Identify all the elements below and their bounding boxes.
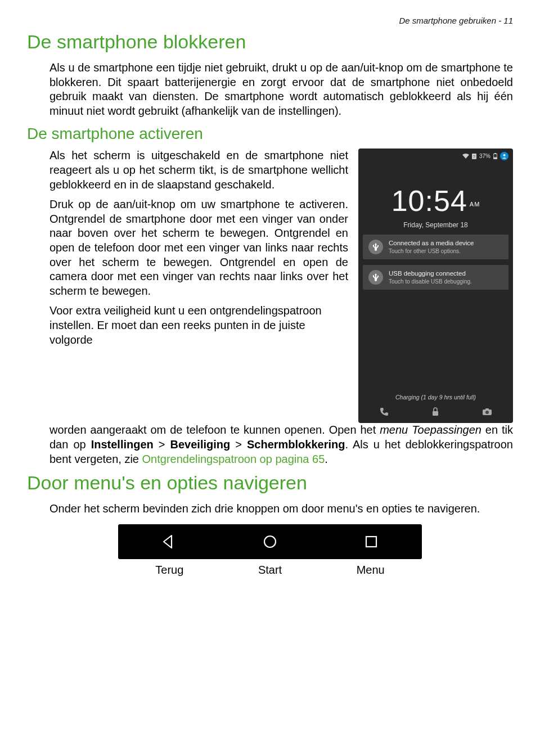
svg-rect-6 bbox=[433, 411, 438, 416]
running-header: De smartphone gebruiken - 11 bbox=[27, 16, 513, 25]
navbar-figure: Terug Start Menu bbox=[118, 524, 422, 577]
notification-usb-debug: USB debugging connected Touch to disable… bbox=[363, 265, 508, 290]
clock-date: Friday, September 18 bbox=[358, 221, 513, 229]
svg-rect-3 bbox=[494, 153, 496, 154]
paragraph-activeren-1: Als het scherm is uitgeschakeld en de sm… bbox=[50, 148, 348, 192]
back-button-icon bbox=[160, 533, 177, 550]
link-ontgrendelingspatroon[interactable]: Ontgrendelingspatroon op pagina 65 bbox=[142, 453, 325, 465]
paragraph-activeren-3a: Voor extra veiligheid kunt u een ontgren… bbox=[50, 304, 348, 347]
label-home: Start bbox=[258, 564, 282, 577]
paragraph-activeren-3b: worden aangeraakt om de telefoon te kunn… bbox=[50, 423, 513, 466]
usb-icon bbox=[368, 240, 383, 254]
paragraph-blokkeren: Als u de smartphone een tijdje niet gebr… bbox=[50, 61, 513, 118]
status-bar: ? 37% bbox=[358, 148, 513, 163]
svg-point-9 bbox=[485, 411, 489, 414]
notif-title: Connected as a media device bbox=[389, 239, 474, 248]
lockscreen-graphic: ? 37% 10:54AM Friday, September 18 bbox=[358, 148, 513, 423]
svg-rect-4 bbox=[494, 154, 497, 158]
phone-icon bbox=[377, 406, 391, 417]
svg-point-5 bbox=[503, 154, 506, 156]
heading-navigeren: Door menu's en opties navigeren bbox=[27, 472, 513, 494]
lock-bottom-bar bbox=[358, 406, 513, 417]
svg-rect-8 bbox=[485, 408, 489, 410]
sim-icon: ? bbox=[472, 154, 476, 159]
home-button-icon bbox=[262, 533, 278, 550]
svg-text:?: ? bbox=[473, 155, 475, 159]
clock-block: 10:54AM Friday, September 18 bbox=[358, 184, 513, 229]
camera-icon bbox=[480, 406, 494, 417]
clock-time: 10:54 bbox=[392, 184, 467, 217]
usb-icon bbox=[368, 270, 383, 285]
battery-percent: 37% bbox=[479, 153, 490, 159]
notif-subtitle: Touch for other USB options. bbox=[389, 248, 474, 255]
paragraph-activeren-2: Druk op de aan/uit-knop om uw smartphone… bbox=[50, 197, 348, 298]
notif-title: USB debugging connected bbox=[389, 269, 472, 278]
notif-subtitle: Touch to disable USB debugging. bbox=[389, 278, 472, 285]
label-back: Terug bbox=[155, 564, 183, 577]
charging-text: Charging (1 day 9 hrs until full) bbox=[358, 394, 513, 400]
svg-rect-11 bbox=[366, 537, 376, 547]
menu-button-icon bbox=[363, 533, 380, 550]
paragraph-navigeren: Onder het scherm bevinden zich drie knop… bbox=[50, 502, 513, 516]
label-menu: Menu bbox=[357, 564, 385, 577]
user-icon bbox=[500, 152, 508, 160]
heading-activeren: De smartphone activeren bbox=[27, 125, 513, 143]
battery-icon bbox=[493, 153, 497, 159]
clock-ampm: AM bbox=[470, 201, 480, 208]
heading-blokkeren: De smartphone blokkeren bbox=[27, 31, 513, 53]
notification-media-device: Connected as a media device Touch for ot… bbox=[363, 235, 508, 259]
lock-icon bbox=[429, 406, 442, 417]
wifi-icon bbox=[462, 154, 469, 159]
svg-point-10 bbox=[264, 536, 276, 547]
